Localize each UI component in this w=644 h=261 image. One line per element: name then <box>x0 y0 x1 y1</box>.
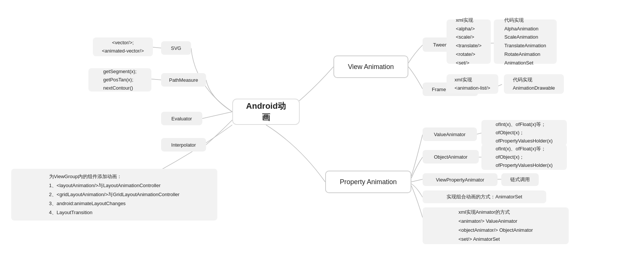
view-animation-node: View Animation <box>333 56 408 78</box>
tween-xml-node: xml实现 <alpha/> <scale/> <translate/> <ro… <box>447 20 491 64</box>
pathmeasure-text-node: getSegment(x); getPosTan(x); nextContour… <box>88 68 151 92</box>
center-node: Android动画 <box>232 99 300 125</box>
frame-xml-node: xml实现 <animation-list/> <box>447 74 498 94</box>
layout-animation-node: 为ViewGroup内的组件添加动画： 1、<layoutAnimation/>… <box>11 169 217 220</box>
animator-set-node: 实现组合动画的方式：AnimatorSet <box>423 190 546 203</box>
svg-label-node: SVG <box>161 41 191 55</box>
svg-line-6 <box>411 179 423 182</box>
object-animator-node: ObjectAnimator <box>423 150 479 164</box>
value-animator-info-node: ofInt(x)、ofFloat(x)等； ofObject(x)； ofPro… <box>481 120 567 146</box>
property-animation-node: Property Animation <box>325 171 411 193</box>
evaluator-node: Evaluator <box>161 112 202 125</box>
frame-code-node: 代码实现 AnimationDrawable <box>504 74 564 94</box>
chain-call-node: 链式调用 <box>501 173 539 186</box>
xml-animator-node: xml实现Animator的方式 <animator/> ValueAnimat… <box>423 207 569 244</box>
value-animator-node: ValueAnimator <box>423 128 477 141</box>
svg-text-node: <vector/>; <animated-vector/> <box>93 38 153 56</box>
view-property-animator-node: ViewPropertyAnimator <box>423 173 498 186</box>
object-animator-info-node: ofInt(x)、ofFloat(x)等； ofObject(x)； ofPro… <box>481 144 567 170</box>
pathmeasure-label-node: PathMeasure <box>161 73 206 87</box>
interpolator-node: Interpolator <box>161 138 206 152</box>
tween-code-node: 代码实现 AlphaAnimation ScaleAnimation Trans… <box>494 20 557 64</box>
